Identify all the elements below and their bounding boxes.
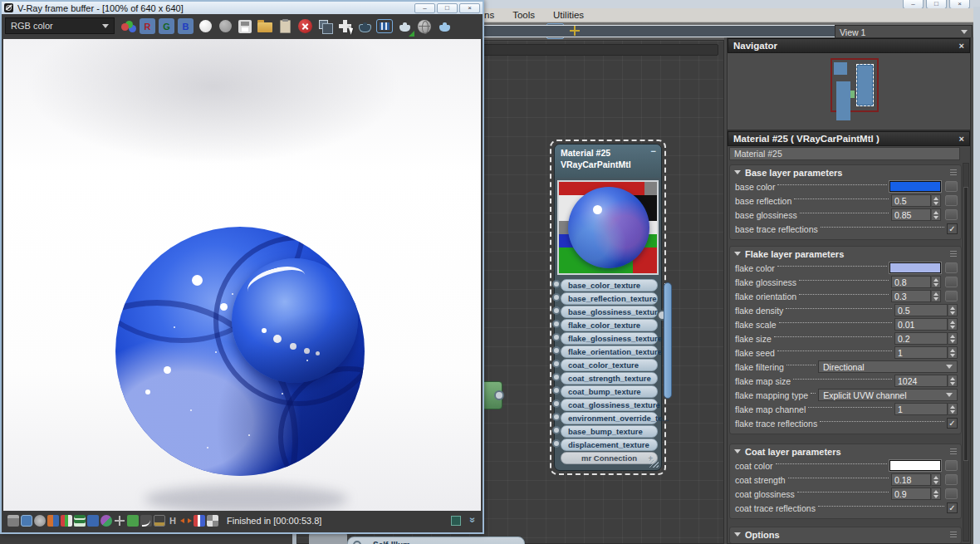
vray-teapot-icon[interactable] — [436, 18, 453, 35]
base-trace-reflections-checkbox[interactable]: ✓ — [947, 223, 958, 234]
coat-trace-reflections-checkbox[interactable]: ✓ — [947, 502, 958, 513]
flake-map-size-spinner[interactable]: 1024 — [894, 375, 958, 387]
spinner-value[interactable]: 0.85 — [891, 208, 931, 221]
region-render-icon[interactable] — [336, 18, 353, 35]
parameters-titlebar[interactable]: Material #25 ( VRayCarPaintMtl ) × — [728, 131, 970, 146]
map-slot-button[interactable] — [945, 291, 958, 301]
input-socket[interactable] — [552, 373, 561, 381]
rollout-menu-icon[interactable] — [950, 532, 957, 537]
slot-coat-strength-texture[interactable]: coat_strength_texture — [561, 372, 658, 385]
spinner-value[interactable]: 0.2 — [894, 332, 948, 345]
clear-image-icon[interactable] — [296, 18, 313, 35]
menu-options[interactable]: ns — [484, 10, 494, 20]
levels-icon[interactable] — [47, 515, 59, 527]
rollout-menu-icon[interactable] — [950, 251, 957, 257]
collapse-chevron-icon[interactable]: » — [468, 517, 479, 523]
info-icon[interactable] — [34, 515, 46, 527]
blue-channel-icon[interactable]: B — [178, 18, 194, 34]
flake-filtering-dropdown[interactable]: Directional — [818, 360, 958, 373]
input-socket[interactable] — [552, 293, 561, 301]
map-slot-button[interactable] — [945, 262, 958, 273]
flake-orientation-spinner[interactable]: 0.3 — [891, 290, 941, 302]
flake-glossiness-spinner[interactable]: 0.8 — [891, 276, 941, 288]
collapse-node-icon[interactable]: − — [651, 146, 656, 156]
mr-connection-section[interactable]: mr Connection + — [561, 452, 658, 464]
rollout-menu-icon[interactable] — [950, 169, 957, 175]
input-socket[interactable] — [552, 399, 561, 408]
scrollbar-thumb[interactable] — [963, 187, 968, 461]
input-socket[interactable] — [552, 439, 561, 448]
spinner-arrows[interactable] — [948, 346, 958, 359]
spinner-value[interactable]: 1024 — [894, 375, 948, 387]
slot-coat-glossiness-texture[interactable]: coat_glossiness_texture — [561, 399, 658, 411]
panel-scrollbar[interactable] — [963, 163, 969, 542]
close-icon[interactable]: × — [959, 134, 964, 144]
spinner-value[interactable]: 0.9 — [891, 488, 931, 500]
spinner-arrows[interactable] — [931, 276, 941, 288]
base-reflection-spinner[interactable]: 0.5 — [891, 194, 941, 207]
spinner-arrows[interactable] — [948, 318, 958, 331]
slot-base-color-texture[interactable]: base_color_texture — [561, 279, 658, 292]
map-slot-button[interactable] — [945, 277, 958, 287]
spinner-value[interactable]: 0.01 — [894, 318, 948, 331]
spinner-value[interactable]: 1 — [894, 346, 948, 359]
slot-flake-glossiness-texture[interactable]: flake_glossiness_texture — [561, 332, 658, 345]
copy-to-clipboard-icon[interactable] — [277, 18, 293, 35]
input-socket[interactable] — [552, 346, 561, 355]
flake-seed-spinner[interactable]: 1 — [894, 346, 958, 359]
hsl-icon[interactable] — [61, 515, 72, 527]
input-socket[interactable] — [353, 541, 361, 544]
lut-icon[interactable] — [154, 515, 165, 527]
menu-tools[interactable]: Tools — [512, 10, 535, 20]
material-node[interactable]: Material #25 VRayCarPaintMtl − base_colo… — [554, 144, 662, 471]
spinner-arrows[interactable] — [931, 208, 941, 221]
node-output-socket[interactable] — [494, 390, 504, 400]
show-rgb-channels-icon[interactable] — [120, 18, 136, 35]
input-socket[interactable] — [552, 360, 561, 368]
render-canvas[interactable] — [3, 39, 481, 512]
channel-dropdown[interactable]: RGB color — [5, 17, 115, 34]
alpha-icon[interactable] — [217, 18, 233, 35]
spinner-arrows[interactable] — [948, 332, 958, 345]
load-image-icon[interactable] — [257, 18, 273, 35]
spinner-value[interactable]: 0.18 — [891, 473, 931, 486]
spinner-arrows[interactable] — [931, 473, 941, 486]
white-balance-icon[interactable] — [87, 515, 99, 527]
coat-glossiness-spinner[interactable]: 0.9 — [891, 488, 941, 500]
close-icon[interactable]: × — [959, 41, 964, 51]
exposure-icon[interactable] — [74, 515, 86, 527]
rollout-menu-icon[interactable] — [950, 448, 957, 454]
node-resize-grip[interactable] — [649, 460, 659, 468]
base-color-swatch[interactable] — [889, 181, 941, 192]
spinner-value[interactable]: 1 — [894, 403, 948, 415]
slot-flake-color-texture[interactable]: flake_color_texture — [561, 319, 658, 331]
coat-color-swatch[interactable] — [889, 460, 941, 471]
menu-utilities[interactable]: Utilities — [553, 10, 584, 20]
spinner-value[interactable]: 0.5 — [891, 194, 931, 207]
render-last-teapot-icon[interactable] — [356, 18, 373, 35]
coat-strength-spinner[interactable]: 0.18 — [891, 473, 941, 486]
minimize-button[interactable]: – — [414, 3, 435, 13]
node-scrollbar[interactable] — [664, 282, 672, 399]
navigator-titlebar[interactable]: Navigator × — [728, 38, 970, 53]
flake-size-spinner[interactable]: 0.2 — [894, 332, 958, 345]
input-socket[interactable] — [552, 280, 561, 288]
snowflake-icon[interactable] — [114, 515, 125, 527]
input-socket[interactable] — [552, 413, 561, 421]
checker-icon[interactable] — [207, 515, 218, 527]
self-illum-slot[interactable]: Self-Illum — [347, 537, 525, 544]
input-socket[interactable] — [552, 426, 561, 434]
slot-base-glossiness-texture[interactable]: base_glossiness_texture — [561, 306, 658, 318]
sphere-icon[interactable] — [100, 515, 112, 527]
map-slot-button[interactable] — [945, 181, 958, 192]
input-socket[interactable] — [552, 306, 561, 315]
monochrome-icon[interactable] — [197, 18, 213, 35]
navigator-minimap[interactable] — [728, 53, 969, 129]
input-socket[interactable] — [552, 333, 561, 341]
duplicate-to-max-buffer-icon[interactable] — [316, 18, 333, 35]
save-icon[interactable] — [7, 515, 19, 527]
slot-base-reflection-texture[interactable]: base_reflection_texture — [561, 292, 658, 305]
map-slot-button[interactable] — [945, 209, 958, 220]
input-socket[interactable] — [552, 386, 561, 395]
input-socket[interactable] — [552, 320, 561, 328]
